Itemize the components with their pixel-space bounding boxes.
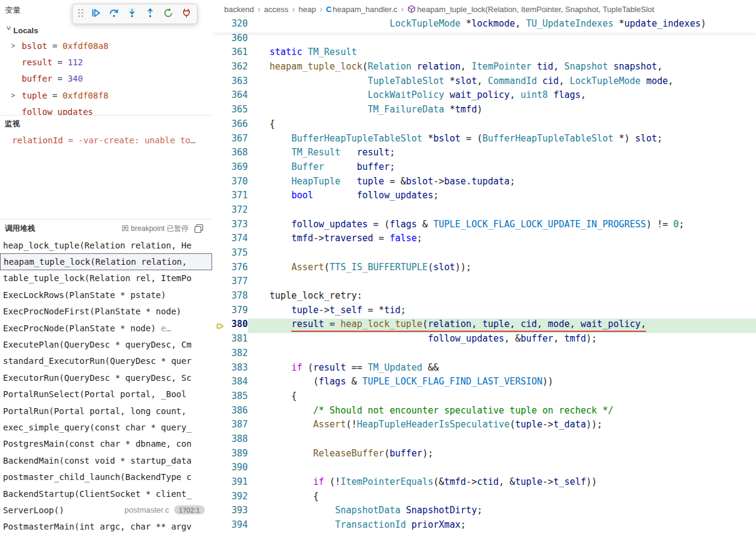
variable-row[interactable]: follow_updates	[0, 104, 212, 115]
disconnect-button[interactable]	[178, 6, 195, 22]
line-number[interactable]: 369	[228, 161, 248, 176]
code-line-text[interactable]: TM_FailureData *tmfd)	[248, 104, 756, 118]
code-line[interactable]: 381 follow_updates, &buffer, tmfd);	[212, 333, 756, 348]
line-number[interactable]: 391	[228, 476, 248, 491]
code-line[interactable]: 391 if (!ItemPointerEquals(&tmfd->ctid, …	[212, 476, 756, 491]
code-line-text[interactable]: follow_updates = (flags & TUPLE_LOCK_FLA…	[248, 219, 756, 233]
code-line[interactable]: 368 TM_Result result;	[212, 147, 756, 161]
line-number[interactable]: 371	[228, 190, 248, 204]
code-line-text[interactable]	[248, 247, 756, 262]
code-line[interactable]: 387 Assert(!HeapTupleHeaderIsSpeculative…	[212, 419, 756, 433]
line-number[interactable]: 320	[228, 18, 248, 33]
code-line[interactable]: 380 result = heap_lock_tuple(relation, t…	[212, 319, 756, 333]
callstack-frame[interactable]: heapam_tuple_lock(Relation relation,	[0, 253, 212, 270]
code-line-text[interactable]: if (!ItemPointerEquals(&tmfd->ctid, &tup…	[248, 476, 756, 491]
step-out-button[interactable]	[141, 6, 158, 22]
code-line-text[interactable]: LockWaitPolicy wait_policy, uint8 flags,	[248, 89, 756, 104]
code-line-text[interactable]: TM_Result result;	[248, 147, 756, 161]
line-number[interactable]: 375	[228, 247, 248, 262]
callstack-frame[interactable]: PortalRunSelect(Portal portal, _Bool	[0, 386, 212, 403]
code-line[interactable]: 386 /* Should not encounter speculative …	[212, 405, 756, 420]
line-number[interactable]: 381	[228, 333, 248, 348]
line-number[interactable]: 374	[228, 233, 248, 247]
code-line-text[interactable]: SnapshotData SnapshotDirty;	[248, 505, 756, 519]
code-line[interactable]: 320 LockTupleMode *lockmode, TU_UpdateIn…	[212, 18, 756, 33]
toolbar-drag-handle[interactable]	[75, 6, 86, 22]
code-line[interactable]: 377	[212, 276, 756, 290]
line-number[interactable]: 385	[228, 391, 248, 405]
code-line-text[interactable]: heapam_tuple_lock(Relation relation, Ite…	[248, 61, 756, 76]
code-line[interactable]: 394 TransactionId priorXmax;	[212, 519, 756, 534]
callstack-frame[interactable]: BackendStartup(ClientSocket * client_	[0, 485, 212, 502]
line-number[interactable]: 364	[228, 89, 248, 104]
line-number[interactable]: 392	[228, 491, 248, 505]
code-line[interactable]: 382	[212, 348, 756, 362]
sticky-scroll-line[interactable]: 320 LockTupleMode *lockmode, TU_UpdateIn…	[212, 18, 756, 33]
code-line[interactable]: 361static TM_Result	[212, 47, 756, 61]
line-number[interactable]: 361	[228, 47, 248, 61]
code-line-text[interactable]: Assert(TTS_IS_BUFFERTUPLE(slot));	[248, 262, 756, 276]
line-number[interactable]: 384	[228, 376, 248, 391]
callstack-frame[interactable]: ExecLockRows(PlanState * pstate)	[0, 287, 212, 303]
line-number[interactable]: 390	[228, 462, 248, 476]
chevron-right-icon[interactable]: >	[11, 42, 22, 50]
callstack-frame[interactable]: BackendMain(const void * startup_data	[0, 452, 212, 469]
code-line-text[interactable]: TupleTableSlot *slot, CommandId cid, Loc…	[248, 76, 756, 90]
callstack-frame[interactable]: PostmasterMain(int argc, char ** argv	[0, 519, 212, 535]
line-number[interactable]: 362	[228, 61, 248, 76]
line-number[interactable]: 389	[228, 448, 248, 462]
line-number[interactable]: 386	[228, 405, 248, 420]
code-line[interactable]: 369 Buffer buffer;	[212, 161, 756, 176]
code-line[interactable]: 367 BufferHeapTupleTableSlot *bslot = (B…	[212, 133, 756, 148]
line-number[interactable]: 367	[228, 133, 248, 148]
breadcrumb-item[interactable]: access	[264, 5, 288, 14]
line-number[interactable]: 376	[228, 262, 248, 276]
callstack-frame[interactable]: exec_simple_query(const char * query_	[0, 419, 212, 435]
breadcrumb-item[interactable]: heapam_tuple_lock(Relation, ItemPointer,…	[407, 5, 654, 14]
restart-button[interactable]	[160, 6, 176, 22]
code-line[interactable]: 370 HeapTuple tuple = &bslot->base.tupda…	[212, 176, 756, 190]
code-line-text[interactable]: tuple_lock_retry:	[248, 290, 756, 305]
code-line-text[interactable]: tmfd->traversed = false;	[248, 233, 756, 247]
code-line[interactable]: 392 {	[212, 491, 756, 505]
line-number[interactable]: 368	[228, 147, 248, 161]
code-line-text[interactable]	[248, 276, 756, 290]
code-line[interactable]: 366{	[212, 118, 756, 133]
code-line-text[interactable]: {	[248, 391, 756, 405]
code-line-text[interactable]: TransactionId priorXmax;	[248, 519, 756, 534]
code-line[interactable]: 364 LockWaitPolicy wait_policy, uint8 fl…	[212, 89, 756, 104]
callstack-frame[interactable]: ExecProcNodeFirst(PlanState * node)	[0, 303, 212, 320]
code-line[interactable]: 363 TupleTableSlot *slot, CommandId cid,…	[212, 76, 756, 90]
code-line[interactable]: 383 if (result == TM_Updated &&	[212, 362, 756, 377]
line-number[interactable]: 370	[228, 176, 248, 190]
code-line-text[interactable]: LockTupleMode *lockmode, TU_UpdateIndexe…	[248, 18, 756, 33]
line-number[interactable]: 382	[228, 348, 248, 362]
code-line[interactable]: 371 bool follow_updates;	[212, 190, 756, 204]
callstack-frame[interactable]: postmaster_child_launch(BackendType c	[0, 469, 212, 485]
code-line[interactable]: 373 follow_updates = (flags & TUPLE_LOCK…	[212, 219, 756, 233]
line-number[interactable]: 373	[228, 219, 248, 233]
code-line[interactable]: 378tuple_lock_retry:	[212, 290, 756, 305]
code-line-text[interactable]: result = heap_lock_tuple(relation, tuple…	[248, 319, 756, 333]
code-line[interactable]: 365 TM_FailureData *tmfd)	[212, 104, 756, 118]
code-line[interactable]: 384 (flags & TUPLE_LOCK_FLAG_FIND_LAST_V…	[212, 376, 756, 391]
breadcrumb-item[interactable]: heap	[299, 5, 316, 14]
code-area[interactable]: 360361static TM_Result362heapam_tuple_lo…	[212, 33, 756, 534]
line-number[interactable]: 380	[228, 319, 248, 333]
line-number[interactable]: 377	[228, 276, 248, 290]
code-line-text[interactable]	[248, 204, 756, 219]
code-line[interactable]: 375	[212, 247, 756, 262]
line-number[interactable]: 378	[228, 290, 248, 305]
watch-pane-header[interactable]: 监视	[0, 115, 212, 132]
callstack-frame[interactable]: PostgresMain(const char * dbname, con	[0, 436, 212, 452]
line-number[interactable]: 387	[228, 419, 248, 433]
code-line-text[interactable]: follow_updates, &buffer, tmfd);	[248, 333, 756, 348]
line-number[interactable]: 363	[228, 76, 248, 90]
code-line-text[interactable]: BufferHeapTupleTableSlot *bslot = (Buffe…	[248, 133, 756, 148]
code-line[interactable]: 385 {	[212, 391, 756, 405]
line-number[interactable]: 394	[228, 519, 248, 534]
line-number[interactable]: 372	[228, 204, 248, 219]
code-line-text[interactable]: ReleaseBuffer(buffer);	[248, 448, 756, 462]
code-line-text[interactable]: /* Should not encounter speculative tupl…	[248, 405, 756, 420]
callstack-frame[interactable]: PortalRun(Portal portal, long count,	[0, 403, 212, 419]
